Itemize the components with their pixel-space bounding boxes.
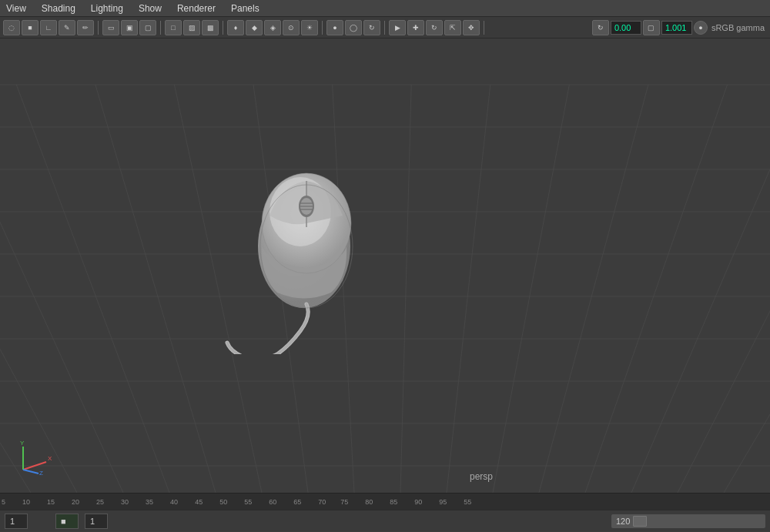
- menu-bar: View Shading Lighting Show Renderer Pane…: [0, 0, 770, 17]
- colorspace-label: sRGB gamma: [709, 23, 767, 32]
- solid-btn[interactable]: ▣: [121, 20, 138, 35]
- sep6: [484, 21, 484, 35]
- refresh2-btn[interactable]: ↻: [592, 20, 609, 35]
- tick-25: 25: [95, 498, 105, 506]
- sep3: [223, 21, 223, 35]
- tick-20: 20: [70, 498, 81, 506]
- frame-field[interactable]: 1: [5, 514, 28, 529]
- all-btn[interactable]: ✥: [463, 20, 480, 35]
- svg-line-0: [23, 462, 46, 470]
- tick-70: 70: [316, 498, 327, 506]
- tick-85: 85: [388, 498, 399, 506]
- sep5: [384, 21, 385, 35]
- brush-tool[interactable]: ✏: [77, 20, 94, 35]
- select-tool[interactable]: ■: [22, 20, 38, 35]
- tick-55a: 55: [243, 498, 253, 506]
- tick-15: 15: [45, 498, 56, 506]
- tick-40: 40: [169, 498, 179, 506]
- sep2: [160, 21, 161, 35]
- rotate-btn[interactable]: ↻: [426, 20, 443, 35]
- tick-65: 65: [292, 498, 303, 506]
- refresh-btn[interactable]: ↻: [363, 20, 380, 35]
- manip-btn[interactable]: ◆: [246, 20, 263, 35]
- tick-80: 80: [363, 498, 374, 506]
- lasso-tool[interactable]: ∟: [40, 20, 57, 35]
- box-btn[interactable]: ▢: [643, 20, 660, 35]
- svg-line-4: [23, 470, 38, 473]
- select2-btn[interactable]: ▶: [389, 20, 406, 35]
- tick-45: 45: [193, 498, 204, 506]
- sep4: [322, 21, 323, 35]
- material-btn[interactable]: ▢: [139, 20, 156, 35]
- tick-55b: 55: [462, 498, 473, 506]
- tick-5: 5: [0, 498, 7, 506]
- cache-field[interactable]: 1: [85, 514, 108, 529]
- svg-text:Z: Z: [39, 470, 43, 477]
- snap-btn[interactable]: ♦: [227, 20, 244, 35]
- soft-btn[interactable]: ◈: [264, 20, 281, 35]
- camera-tool[interactable]: ◌: [3, 20, 20, 35]
- value1-display[interactable]: 0.00: [611, 21, 641, 35]
- paint-tool[interactable]: ✎: [59, 20, 75, 35]
- tick-10: 10: [21, 498, 32, 506]
- move-btn[interactable]: ✚: [407, 20, 424, 35]
- menu-view[interactable]: View: [3, 2, 29, 15]
- texture-btn[interactable]: ▩: [202, 20, 219, 35]
- sphere-btn[interactable]: ●: [326, 20, 343, 35]
- status-bar: 1 ■ 1 120: [0, 510, 770, 531]
- tick-60: 60: [267, 498, 278, 506]
- light-btn[interactable]: ☀: [301, 20, 318, 35]
- sep1: [98, 21, 99, 35]
- menu-shading[interactable]: Shading: [38, 2, 79, 15]
- axes-gizmo: X Y Z: [15, 439, 54, 477]
- tick-30: 30: [119, 498, 130, 506]
- scale-btn[interactable]: ⇱: [444, 20, 461, 35]
- circle-btn[interactable]: ●: [694, 21, 708, 35]
- sym-btn[interactable]: ⊙: [283, 20, 300, 35]
- tick-35: 35: [144, 498, 155, 506]
- playback-controls[interactable]: 120: [611, 514, 765, 528]
- value2-display[interactable]: 1.001: [661, 21, 692, 35]
- tick-95: 95: [437, 498, 448, 506]
- menu-panels[interactable]: Panels: [228, 2, 263, 15]
- ring-btn[interactable]: ◯: [345, 20, 362, 35]
- svg-text:X: X: [48, 455, 52, 462]
- menu-show[interactable]: Show: [136, 2, 165, 15]
- perspective-label: persp: [470, 471, 493, 482]
- tick-50: 50: [218, 498, 229, 506]
- menu-lighting[interactable]: Lighting: [88, 2, 126, 15]
- outline-btn[interactable]: □: [165, 20, 182, 35]
- svg-text:Y: Y: [20, 440, 25, 447]
- tick-75: 75: [339, 498, 350, 506]
- toolbar: ◌ ■ ∟ ✎ ✏ ▭ ▣ ▢ □ ▨ ▩ ♦ ◆ ◈ ⊙ ☀ ● ◯ ↻ ▶ …: [0, 17, 770, 38]
- mouse-3d-model: [223, 139, 393, 354]
- timeline[interactable]: 5 10 15 20 25 30 35 40 45 50 55 60 65 70…: [0, 493, 770, 510]
- cache-icon: ■: [55, 514, 79, 529]
- viewport[interactable]: X Y Z persp: [0, 38, 770, 493]
- tick-90: 90: [413, 498, 424, 506]
- wireframe-btn[interactable]: ▭: [102, 20, 119, 35]
- menu-renderer[interactable]: Renderer: [174, 2, 219, 15]
- end-label: 120: [616, 517, 630, 526]
- end-box[interactable]: [633, 516, 647, 527]
- shaded-btn[interactable]: ▨: [183, 20, 200, 35]
